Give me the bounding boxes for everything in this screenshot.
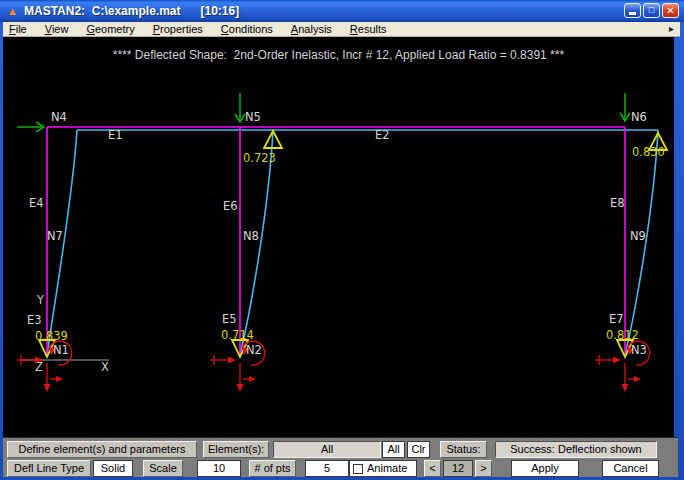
node-label-n6: N6 bbox=[631, 110, 647, 124]
hinge-value-n1: 0.839 bbox=[35, 329, 68, 343]
animate-option[interactable]: Animate bbox=[349, 460, 417, 477]
apply-button[interactable]: Apply bbox=[511, 460, 579, 477]
bottom-toolbar: Define element(s) and parameters Element… bbox=[3, 437, 678, 477]
window-title: MASTAN2: C:\example.mat [10:16] bbox=[24, 4, 239, 18]
defl-line-type-select[interactable]: Solid bbox=[93, 460, 133, 477]
node-label-n7: N7 bbox=[47, 229, 63, 243]
menu-file[interactable]: File bbox=[3, 22, 36, 37]
element-label-e8: E8 bbox=[610, 196, 625, 210]
increment-prev-button[interactable]: < bbox=[424, 460, 441, 477]
axis-label-x: X bbox=[101, 360, 109, 374]
hinge-value-n5: 0.723 bbox=[243, 151, 276, 165]
app-icon: ▲ bbox=[5, 4, 20, 19]
element-label-e5: E5 bbox=[222, 312, 237, 326]
elements-label: Element(s): bbox=[203, 441, 269, 458]
num-pts-input[interactable]: 5 bbox=[305, 460, 349, 477]
plastic-hinge-markers bbox=[39, 131, 667, 357]
vertical-load-arrow-n5 bbox=[235, 93, 245, 122]
element-label-e2: E2 bbox=[375, 128, 390, 142]
menu-geometry[interactable]: Geometry bbox=[77, 22, 143, 37]
axis-label-y: Y bbox=[36, 293, 45, 307]
load-arrows bbox=[17, 93, 630, 132]
element-label-e6: E6 bbox=[223, 199, 238, 213]
menu-conditions[interactable]: Conditions bbox=[212, 22, 282, 37]
title-bar: ▲ MASTAN2: C:\example.mat [10:16] □ ✕ bbox=[0, 0, 684, 22]
all-button[interactable]: All bbox=[382, 441, 405, 458]
clr-button[interactable]: Clr bbox=[407, 441, 430, 458]
node-label-n8: N8 bbox=[243, 229, 259, 243]
vertical-load-arrow-n6 bbox=[620, 93, 630, 121]
app-window: ▲ MASTAN2: C:\example.mat [10:16] □ ✕ Fi… bbox=[0, 0, 684, 480]
deflected-shape-lines bbox=[47, 130, 658, 355]
element-label-e4: E4 bbox=[29, 196, 44, 210]
elements-input[interactable]: All bbox=[273, 441, 381, 458]
close-button[interactable]: ✕ bbox=[662, 3, 679, 18]
menu-view[interactable]: View bbox=[36, 22, 78, 37]
menu-analysis[interactable]: Analysis bbox=[282, 22, 341, 37]
animate-label: Animate bbox=[367, 461, 407, 476]
hinge-value-n6: 0.830 bbox=[632, 145, 665, 159]
hinge-value-n2: 0.714 bbox=[221, 328, 254, 342]
element-label-e7: E7 bbox=[609, 312, 624, 326]
node-label-n4: N4 bbox=[51, 110, 67, 124]
scale-input[interactable]: 10 bbox=[197, 460, 241, 477]
minimize-icon bbox=[629, 12, 636, 15]
minimize-button[interactable] bbox=[624, 3, 641, 18]
lateral-load-arrow-n4 bbox=[17, 122, 44, 132]
node-label-n3: N3 bbox=[631, 343, 647, 357]
cancel-button[interactable]: Cancel bbox=[602, 460, 659, 477]
menu-overflow-arrow[interactable]: ▸ bbox=[669, 23, 674, 34]
maximize-button[interactable]: □ bbox=[643, 3, 660, 18]
node-label-n1: N1 bbox=[53, 343, 69, 357]
prompt-panel: Define element(s) and parameters bbox=[7, 441, 197, 458]
model-canvas[interactable]: **** Deflected Shape: 2nd-Order Inelasti… bbox=[3, 37, 674, 437]
result-header-text: **** Deflected Shape: 2nd-Order Inelasti… bbox=[3, 48, 674, 62]
deflected-shape-plot: Y X Z bbox=[3, 37, 674, 437]
status-value: Success: Deflection shown bbox=[495, 441, 657, 458]
node-label-n5: N5 bbox=[245, 110, 261, 124]
animate-checkbox[interactable] bbox=[353, 464, 363, 474]
menu-results[interactable]: Results bbox=[341, 22, 396, 37]
element-label-e3: E3 bbox=[27, 313, 42, 327]
increment-value: 12 bbox=[443, 460, 473, 477]
scale-label: Scale bbox=[143, 460, 183, 477]
undeformed-shape-lines bbox=[47, 127, 625, 355]
menu-bar: File View Geometry Properties Conditions… bbox=[3, 22, 680, 37]
node-label-n9: N9 bbox=[630, 229, 646, 243]
element-label-e1: E1 bbox=[108, 128, 123, 142]
num-pts-label: # of pts bbox=[249, 460, 296, 477]
defl-line-type-label: Defl Line Type bbox=[7, 460, 91, 477]
node-label-n2: N2 bbox=[246, 343, 262, 357]
status-label: Status: bbox=[440, 441, 487, 458]
increment-next-button[interactable]: > bbox=[475, 460, 492, 477]
menu-properties[interactable]: Properties bbox=[144, 22, 212, 37]
hinge-value-n3: 0.812 bbox=[606, 328, 639, 342]
